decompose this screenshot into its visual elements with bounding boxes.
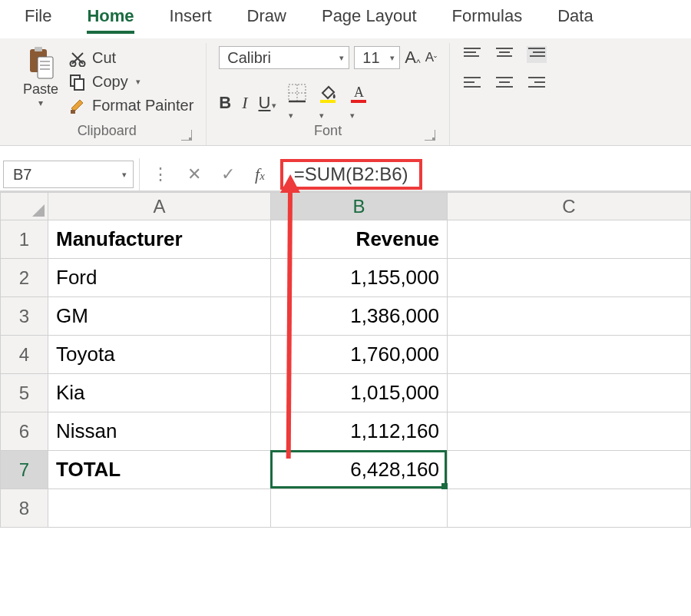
more-icon[interactable]: ⋮ xyxy=(152,164,167,184)
copy-label: Copy xyxy=(92,73,128,91)
chevron-down-icon: ▾ xyxy=(339,53,344,63)
row-header-4[interactable]: 4 xyxy=(1,336,48,374)
underline-button[interactable]: U▾ xyxy=(259,93,277,113)
cell-A6[interactable]: Nissan xyxy=(48,412,271,451)
group-alignment xyxy=(450,43,560,145)
cell-A5[interactable]: Kia xyxy=(48,374,271,412)
tab-draw[interactable]: Draw xyxy=(247,6,286,34)
cell-C8[interactable] xyxy=(448,489,691,528)
cell-A7[interactable]: TOTAL xyxy=(48,451,271,489)
cell-C6[interactable] xyxy=(448,412,691,451)
svg-rect-2 xyxy=(38,57,53,78)
paste-label: Paste xyxy=(23,81,58,98)
cell-A3[interactable]: GM xyxy=(48,297,271,336)
cell-B3[interactable]: 1,386,000 xyxy=(271,297,448,336)
dialog-launcher-icon[interactable] xyxy=(181,130,192,141)
cut-button[interactable]: Cut xyxy=(69,49,193,67)
group-clipboard-label: Clipboard xyxy=(78,123,137,138)
font-name-combo[interactable]: Calibri ▾ xyxy=(219,46,349,69)
align-top-right-icon[interactable] xyxy=(527,46,547,63)
font-size-value: 11 xyxy=(362,49,379,67)
decrease-font-button[interactable]: Aˇ xyxy=(425,50,437,65)
tab-formulas[interactable]: Formulas xyxy=(452,6,523,34)
chevron-down-icon[interactable]: ▾ xyxy=(136,77,141,87)
cell-B2[interactable]: 1,155,000 xyxy=(271,259,448,297)
cell-B6[interactable]: 1,112,160 xyxy=(271,412,448,451)
cell-B4[interactable]: 1,760,000 xyxy=(271,336,448,374)
cell-B8[interactable] xyxy=(271,489,448,528)
border-button[interactable]: ▾ xyxy=(287,83,307,123)
cell-B1[interactable]: Revenue xyxy=(271,220,448,259)
ribbon: Paste ▾ Cut Copy ▾ Format Painter xyxy=(0,38,691,146)
align-top-left-icon[interactable] xyxy=(462,46,482,63)
row-header-7[interactable]: 7 xyxy=(1,451,48,489)
cut-label: Cut xyxy=(92,49,116,67)
row-header-5[interactable]: 5 xyxy=(1,374,48,412)
format-painter-button[interactable]: Format Painter xyxy=(69,97,193,114)
name-box[interactable]: B7 ▾ xyxy=(3,161,134,188)
cell-B5[interactable]: 1,015,000 xyxy=(271,374,448,412)
group-font-label: Font xyxy=(314,123,342,138)
col-header-A[interactable]: A xyxy=(48,193,271,220)
row-header-1[interactable]: 1 xyxy=(1,220,48,259)
col-header-C[interactable]: C xyxy=(448,193,691,220)
tab-home[interactable]: Home xyxy=(87,6,134,34)
svg-rect-10 xyxy=(71,110,75,114)
fx-icon[interactable]: fx xyxy=(255,164,265,184)
increase-font-button[interactable]: A^ xyxy=(405,48,420,68)
group-font: Calibri ▾ 11 ▾ A^ Aˇ B I U▾ ▾ xyxy=(207,43,450,145)
tab-data[interactable]: Data xyxy=(557,6,593,34)
chevron-down-icon[interactable]: ▾ xyxy=(38,98,43,108)
group-clipboard: Paste ▾ Cut Copy ▾ Format Painter xyxy=(8,43,207,145)
paste-icon xyxy=(27,46,55,80)
row-header-8[interactable]: 8 xyxy=(1,489,48,528)
bold-button[interactable]: B xyxy=(219,93,231,113)
align-top-center-icon[interactable] xyxy=(494,46,514,63)
svg-rect-1 xyxy=(35,47,42,51)
cell-B7[interactable]: 6,428,160 xyxy=(271,451,448,489)
worksheet[interactable]: A B C 1 Manufacturer Revenue 2 Ford 1,15… xyxy=(0,192,691,528)
row-header-2[interactable]: 2 xyxy=(1,259,48,297)
enter-icon[interactable]: ✓ xyxy=(221,164,235,184)
tab-file[interactable]: File xyxy=(25,6,51,34)
cell-A2[interactable]: Ford xyxy=(48,259,271,297)
font-size-combo[interactable]: 11 ▾ xyxy=(354,46,400,69)
fill-color-button[interactable]: ▾ xyxy=(318,83,338,123)
paintbrush-icon xyxy=(69,98,86,114)
align-right-icon[interactable] xyxy=(527,74,547,91)
row-header-3[interactable]: 3 xyxy=(1,297,48,336)
dialog-launcher-icon[interactable] xyxy=(425,130,435,141)
svg-text:A: A xyxy=(354,84,364,100)
svg-rect-11 xyxy=(289,84,306,101)
cell-A8[interactable] xyxy=(48,489,271,528)
italic-button[interactable]: I xyxy=(242,93,247,113)
tab-insert[interactable]: Insert xyxy=(170,6,212,34)
col-header-B[interactable]: B xyxy=(271,193,448,220)
align-left-icon[interactable] xyxy=(462,74,482,91)
format-painter-label: Format Painter xyxy=(92,97,193,114)
cell-C3[interactable] xyxy=(448,297,691,336)
svg-rect-9 xyxy=(74,79,84,90)
copy-icon xyxy=(69,74,86,91)
bucket-icon xyxy=(318,83,338,103)
svg-rect-17 xyxy=(351,100,366,103)
cell-C5[interactable] xyxy=(448,374,691,412)
cell-C2[interactable] xyxy=(448,259,691,297)
cell-A4[interactable]: Toyota xyxy=(48,336,271,374)
font-name-value: Calibri xyxy=(227,49,271,67)
select-all-corner[interactable] xyxy=(1,193,48,220)
cell-C1[interactable] xyxy=(448,220,691,259)
font-color-button[interactable]: A▾ xyxy=(349,83,369,123)
copy-button[interactable]: Copy ▾ xyxy=(69,73,193,91)
formula-input[interactable]: =SUM(B2:B6) xyxy=(280,159,422,190)
cell-C4[interactable] xyxy=(448,336,691,374)
cell-grid[interactable]: A B C 1 Manufacturer Revenue 2 Ford 1,15… xyxy=(0,192,691,528)
cancel-icon[interactable]: ✕ xyxy=(187,164,201,184)
cell-A1[interactable]: Manufacturer xyxy=(48,220,271,259)
cell-C7[interactable] xyxy=(448,451,691,489)
paste-button[interactable]: Paste ▾ xyxy=(20,46,61,108)
tab-page-layout[interactable]: Page Layout xyxy=(322,6,417,34)
formula-bar: B7 ▾ ⋮ ✕ ✓ fx =SUM(B2:B6) xyxy=(0,158,691,192)
align-center-icon[interactable] xyxy=(494,74,514,91)
row-header-6[interactable]: 6 xyxy=(1,412,48,451)
